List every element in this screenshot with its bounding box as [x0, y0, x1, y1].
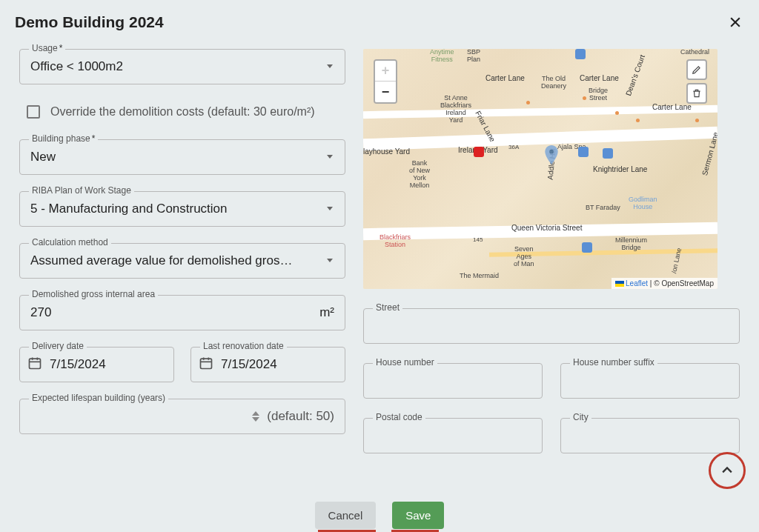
demolished-area-field[interactable]: Demolished gross internal area m² [19, 295, 345, 330]
riba-stage-select[interactable]: RIBA Plan of Work Stage 5 - Manufacturin… [19, 191, 345, 227]
map-attribution: Leaflet | © OpenStreetMap [611, 278, 717, 289]
map-road-label: Carter Lane [580, 74, 619, 82]
map-delete-button[interactable] [686, 83, 707, 104]
trash-icon [692, 88, 702, 99]
city-input[interactable] [571, 428, 729, 443]
right-column: Carter Lane Carter Lane Carter Lane Quee… [363, 49, 740, 453]
leaflet-link[interactable]: Leaflet [626, 279, 648, 287]
map-place-label: 36A [508, 144, 519, 151]
close-button[interactable] [726, 13, 744, 31]
poi-dot [695, 119, 699, 122]
svg-marker-5 [327, 259, 333, 262]
postal-city-row: Postal code City [363, 418, 740, 453]
stepper-control[interactable] [252, 409, 262, 424]
map-road-label: layhouse Yard [363, 147, 410, 156]
lifespan-label: Expected lifespan building (years) [29, 393, 168, 403]
chevron-down-icon [325, 150, 334, 164]
street-field[interactable]: Street [363, 308, 740, 344]
city-label: City [570, 412, 591, 422]
house-number-field[interactable]: House number [363, 363, 543, 399]
house-number-label: House number [373, 357, 437, 368]
map-edit-button[interactable] [686, 59, 707, 80]
house-number-suffix-input[interactable] [571, 373, 729, 388]
modal-header: Demo Building 2024 [0, 0, 759, 44]
save-button[interactable]: Save [392, 502, 444, 529]
chevron-down-icon [252, 416, 259, 422]
calendar-icon [199, 356, 213, 373]
zoom-in-button[interactable]: + [375, 61, 396, 82]
building-phase-value: New [30, 150, 325, 164]
svg-rect-10 [201, 359, 212, 368]
map-place-label: 145 [473, 237, 483, 244]
form-content: Usage* Office < 1000m2 Override the demo… [0, 44, 759, 453]
house-number-suffix-label: House number suffix [570, 357, 657, 368]
calculation-method-select[interactable]: Calculation method Assumed average value… [19, 243, 345, 279]
close-icon [728, 15, 743, 30]
svg-marker-15 [252, 417, 259, 422]
building-phase-select[interactable]: Building phase* New [19, 139, 345, 175]
house-number-input[interactable] [374, 373, 531, 388]
map-place-label: BT Faraday [586, 205, 620, 212]
location-map[interactable]: Carter Lane Carter Lane Carter Lane Quee… [363, 49, 717, 289]
map-zoom-controls: + − [374, 59, 397, 104]
usage-select[interactable]: Usage* Office < 1000m2 [19, 49, 345, 84]
map-road-label: Carter Lane [652, 103, 692, 111]
poi-icon [575, 49, 586, 59]
house-number-row: House number House number suffix [363, 363, 740, 399]
usage-label: Usage* [29, 43, 65, 53]
chevron-down-icon [325, 60, 334, 73]
demolished-area-input[interactable] [30, 305, 319, 320]
postal-code-field[interactable]: Postal code [363, 418, 543, 453]
last-renovation-date-field[interactable]: Last renovation date 7/15/2024 [190, 347, 345, 382]
map-place-label: Bank of New York Mellon [409, 160, 430, 190]
left-column: Usage* Office < 1000m2 Override the demo… [19, 49, 345, 453]
calculation-method-value: Assumed average value for demolished gro… [30, 253, 325, 268]
poi-dot [615, 111, 619, 115]
last-renovation-label: Last renovation date [200, 341, 287, 351]
cancel-button[interactable]: Cancel [315, 502, 377, 529]
chevron-down-icon [325, 202, 334, 216]
flag-icon [615, 281, 624, 287]
chevron-down-icon [325, 254, 334, 267]
map-place-label: SBP Plan [467, 49, 480, 64]
map-marker-icon [545, 145, 558, 164]
city-field[interactable]: City [560, 418, 740, 453]
riba-stage-label: RIBA Plan of Work Stage [29, 185, 134, 196]
chevron-up-icon [252, 410, 259, 416]
lifespan-field[interactable]: Expected lifespan building (years) (defa… [19, 399, 345, 434]
building-phase-label: Building phase* [29, 133, 98, 144]
poi-dot [636, 119, 640, 122]
override-demolition-label: Override the demolition costs (default: … [50, 105, 315, 119]
delivery-date-value: 7/15/2024 [50, 357, 163, 372]
map-road-label: Knightrider Lane [593, 165, 647, 173]
postal-code-input[interactable] [374, 428, 531, 443]
street-input[interactable] [374, 319, 729, 333]
map-place-label: Anytime Fitness [430, 49, 454, 64]
postal-code-label: Postal code [373, 412, 425, 422]
calculation-method-label: Calculation method [29, 237, 111, 247]
map-place-label: Blackfriars Station [380, 234, 411, 249]
lifespan-default-hint: (default: 50) [267, 409, 334, 424]
last-renovation-value: 7/15/2024 [221, 357, 334, 372]
poi-icon [582, 242, 592, 253]
unit-m2: m² [319, 305, 334, 320]
lifespan-input[interactable] [30, 409, 252, 424]
svg-marker-14 [252, 411, 259, 416]
house-number-suffix-field[interactable]: House number suffix [560, 363, 740, 399]
map-place-label: The Old Deanery [541, 76, 566, 90]
poi-icon [474, 147, 484, 157]
calendar-icon [27, 356, 42, 373]
scroll-to-top-button[interactable] [709, 452, 746, 489]
zoom-out-button[interactable]: − [375, 82, 396, 102]
pencil-icon [692, 64, 702, 75]
svg-rect-6 [30, 359, 41, 368]
map-place-label: Seven Ages of Man [514, 246, 534, 268]
override-demolition-checkbox[interactable] [27, 105, 40, 119]
delivery-date-field[interactable]: Delivery date 7/15/2024 [19, 347, 174, 382]
svg-marker-3 [327, 155, 333, 159]
delivery-date-label: Delivery date [29, 341, 87, 351]
svg-marker-2 [327, 64, 333, 68]
poi-icon [603, 148, 613, 159]
street-label: Street [373, 302, 402, 313]
map-place-label: Cathedral [680, 49, 709, 56]
